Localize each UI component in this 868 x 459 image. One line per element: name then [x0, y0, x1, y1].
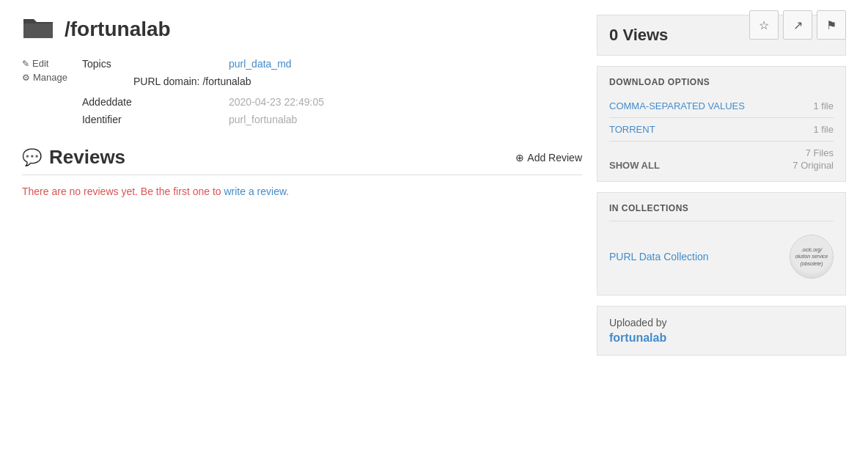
- identifier-row: Identifier purl_fortunalab: [82, 114, 582, 125]
- purl-domain: PURL domain: /fortunalab: [133, 76, 582, 87]
- topics-label: Topics: [82, 58, 229, 70]
- item-header: /fortunalab: [22, 15, 582, 43]
- gear-icon: ⚙: [22, 73, 30, 83]
- addeddate-label: Addeddate: [82, 96, 229, 108]
- torrent-file-count: 1 file: [814, 124, 834, 135]
- main-content: /fortunalab ✎ Edit ⚙ Manage: [22, 15, 582, 366]
- star-button[interactable]: ☆: [749, 10, 779, 40]
- topics-row: Topics purl_data_md: [82, 58, 582, 70]
- download-options-panel: DOWNLOAD OPTIONS COMMA-SEPARATED VALUES …: [597, 66, 846, 182]
- reviews-header: 💬 Reviews ⊕ Add Review: [22, 146, 582, 175]
- download-torrent-row: TORRENT 1 file: [609, 118, 834, 142]
- reviews-title: Reviews: [49, 146, 508, 169]
- share-button[interactable]: ↗: [783, 10, 812, 40]
- topics-link[interactable]: purl_data_md: [229, 58, 292, 70]
- sidebar: 0 Views DOWNLOAD OPTIONS COMMA-SEPARATED…: [597, 15, 846, 366]
- manage-link[interactable]: ⚙ Manage: [22, 72, 67, 83]
- collections-panel: IN COLLECTIONS PURL Data Collection .ocl…: [597, 192, 846, 295]
- uploaded-by-panel: Uploaded by fortunalab: [597, 306, 846, 356]
- topics-value: purl_data_md: [229, 58, 292, 70]
- addeddate-row: Addeddate 2020-04-23 22:49:05: [82, 96, 582, 108]
- download-csv-link[interactable]: COMMA-SEPARATED VALUES: [609, 100, 745, 111]
- reviews-empty-message: There are no reviews yet. Be the first o…: [22, 186, 582, 197]
- pencil-icon: ✎: [22, 59, 29, 69]
- identifier-label: Identifier: [82, 114, 229, 125]
- reviews-section: 💬 Reviews ⊕ Add Review There are no revi…: [22, 146, 582, 197]
- collection-item: PURL Data Collection .oclc.org/ olution …: [609, 229, 834, 284]
- uploader-link[interactable]: fortunalab: [609, 331, 666, 344]
- views-count: 0 Views: [609, 26, 668, 44]
- page-title: /fortunalab: [65, 18, 171, 41]
- plus-icon: ⊕: [515, 152, 524, 164]
- collections-title: IN COLLECTIONS: [609, 203, 834, 213]
- top-actions: ☆ ↗ ⚑: [749, 10, 846, 40]
- download-csv-row: COMMA-SEPARATED VALUES 1 file: [609, 95, 834, 118]
- download-torrent-link[interactable]: TORRENT: [609, 124, 655, 135]
- add-review-button[interactable]: ⊕ Add Review: [515, 152, 582, 164]
- files-count: 7 Files: [806, 147, 834, 158]
- folder-icon: [22, 15, 54, 43]
- collection-thumb-inner: .oclc.org/ olution service (obsolete): [790, 235, 833, 278]
- show-all-link[interactable]: SHOW ALL: [609, 160, 660, 171]
- write-review-link[interactable]: write a review: [224, 186, 286, 197]
- csv-file-count: 1 file: [814, 100, 834, 111]
- collection-link[interactable]: PURL Data Collection: [609, 251, 709, 262]
- addeddate-value: 2020-04-23 22:49:05: [229, 96, 324, 108]
- flag-button[interactable]: ⚑: [817, 10, 846, 40]
- edit-link[interactable]: ✎ Edit: [22, 58, 67, 69]
- show-all-row: SHOW ALL 7 Files 7 Original: [609, 142, 834, 171]
- identifier-value: purl_fortunalab: [229, 114, 297, 125]
- file-counts: 7 Files 7 Original: [792, 147, 834, 171]
- download-options-title: DOWNLOAD OPTIONS: [609, 77, 834, 87]
- uploaded-by-label: Uploaded by: [609, 317, 834, 328]
- collection-thumbnail: .oclc.org/ olution service (obsolete): [790, 235, 834, 279]
- original-count: 7 Original: [792, 160, 834, 171]
- edit-manage: ✎ Edit ⚙ Manage: [22, 58, 67, 120]
- comment-icon: 💬: [22, 148, 42, 167]
